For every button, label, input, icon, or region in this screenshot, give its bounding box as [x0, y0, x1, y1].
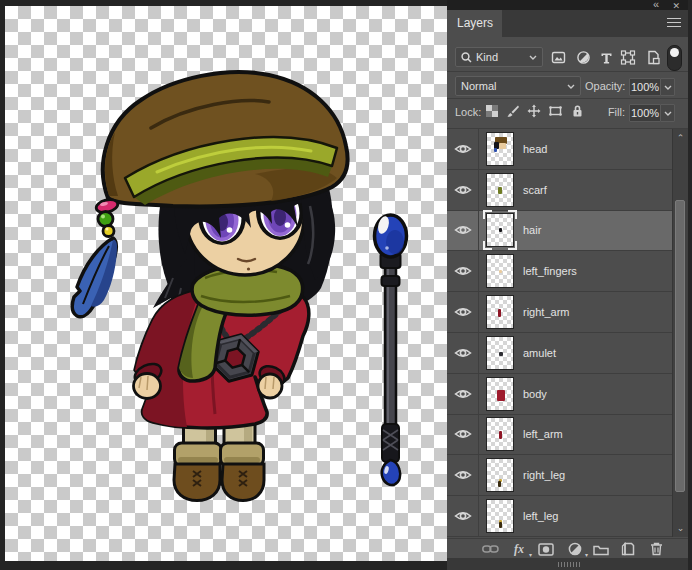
thumbnail-selection-bracket [483, 210, 492, 219]
layer-row-right_leg[interactable]: right_leg [447, 455, 672, 496]
layer-visibility-toggle[interactable] [447, 333, 479, 373]
fill-dropdown-button[interactable] [660, 104, 675, 122]
layer-name[interactable]: hair [523, 224, 541, 236]
kind-filter-dropdown[interactable]: Kind [455, 47, 543, 67]
blend-mode-dropdown[interactable]: Normal [455, 76, 581, 96]
layer-row-left_arm[interactable]: left_arm [447, 415, 672, 456]
thumbnail-content-mark [497, 390, 505, 401]
kind-filter-label: Kind [476, 51, 498, 63]
layer-name[interactable]: right_leg [523, 469, 565, 481]
scrollbar-thumb[interactable] [675, 200, 685, 492]
tab-layers[interactable]: Layers [447, 10, 502, 37]
layer-thumbnail[interactable] [486, 458, 514, 492]
layer-thumbnail[interactable] [486, 417, 514, 451]
scroll-down-icon[interactable]: ⌄ [673, 521, 688, 535]
eye-icon [454, 265, 472, 277]
lock-position-icon[interactable] [525, 102, 543, 120]
lock-transparent-pixels-icon[interactable] [483, 102, 501, 120]
lock-label: Lock: [455, 106, 481, 118]
layer-thumbnail[interactable] [486, 132, 514, 166]
layer-row-left_leg[interactable]: left_leg [447, 496, 672, 537]
layer-row-hair[interactable]: hair [447, 211, 672, 252]
layer-row-amulet[interactable]: amulet [447, 333, 672, 374]
layer-thumbnail[interactable] [486, 377, 514, 411]
link-layers-icon[interactable] [481, 541, 499, 557]
opacity-label: Opacity: [585, 80, 625, 92]
layer-row-right_arm[interactable]: right_arm [447, 292, 672, 333]
eye-icon [454, 347, 472, 359]
thumbnail-selection-bracket [508, 210, 517, 219]
layer-name[interactable]: scarf [523, 184, 547, 196]
adjustment-layer-icon[interactable]: ▾ [566, 541, 584, 557]
panel-tabbar: Layers [447, 10, 688, 37]
thumbnail-selection-bracket [508, 241, 517, 250]
layer-visibility-toggle[interactable] [447, 129, 479, 169]
scroll-up-icon[interactable]: ⌃ [673, 131, 688, 145]
layer-visibility-toggle[interactable] [447, 374, 479, 414]
layer-visibility-toggle[interactable] [447, 415, 479, 455]
eye-icon [454, 428, 472, 440]
chevron-down-icon [567, 84, 575, 89]
lock-all-icon[interactable] [568, 102, 586, 120]
layer-row-left_fingers[interactable]: left_fingers [447, 251, 672, 292]
panel-menu-icon[interactable] [667, 18, 681, 29]
eye-icon [454, 469, 472, 481]
layer-thumbnail[interactable] [486, 295, 514, 329]
filter-toggle-switch[interactable] [667, 45, 682, 71]
layer-style-fx-icon[interactable]: fx▾ [510, 541, 528, 557]
lock-artboard-icon[interactable] [546, 102, 564, 120]
layer-name[interactable]: body [523, 388, 547, 400]
chevron-down-icon [664, 111, 672, 116]
chevron-down-icon [664, 85, 672, 90]
layer-name[interactable]: left_fingers [523, 265, 577, 277]
thumbnail-content-mark [498, 187, 502, 194]
layer-name[interactable]: left_arm [523, 428, 563, 440]
shape-layers-filter-icon[interactable] [618, 47, 638, 67]
layer-name[interactable]: left_leg [523, 510, 558, 522]
layer-row-scarf[interactable]: scarf [447, 170, 672, 211]
thumbnail-content-mark [499, 431, 502, 439]
search-icon [461, 52, 472, 63]
blend-mode-value: Normal [461, 80, 496, 92]
layer-name[interactable]: head [523, 143, 547, 155]
layer-thumbnail[interactable] [486, 336, 514, 370]
delete-layer-icon[interactable] [647, 541, 665, 557]
type-layers-filter-icon[interactable] [596, 47, 616, 67]
panel-resize-bar[interactable] [447, 558, 688, 570]
smart-object-filter-icon[interactable] [643, 47, 663, 67]
layer-visibility-toggle[interactable] [447, 251, 479, 291]
fill-value-field[interactable]: 100% [629, 104, 661, 122]
layers-scrollbar[interactable]: ⌃ ⌄ [672, 129, 688, 537]
layer-mask-icon[interactable] [537, 541, 555, 557]
thumbnail-content-mark [499, 352, 503, 356]
chevron-down-icon [529, 55, 537, 60]
layer-visibility-toggle[interactable] [447, 170, 479, 210]
layer-visibility-toggle[interactable] [447, 292, 479, 332]
opacity-value-field[interactable]: 100% [629, 78, 661, 96]
adjustment-layers-filter-icon[interactable] [573, 47, 593, 67]
panel-header-bar: « ✕ [447, 0, 688, 10]
layer-thumbnail[interactable] [486, 254, 514, 288]
resize-grip-icon [558, 562, 582, 567]
layer-row-body[interactable]: body [447, 374, 672, 415]
layer-name[interactable]: amulet [523, 347, 556, 359]
layer-name[interactable]: right_arm [523, 306, 569, 318]
lock-image-pixels-icon[interactable] [504, 102, 522, 120]
layer-thumbnail[interactable] [486, 499, 514, 533]
new-layer-icon[interactable] [619, 541, 637, 557]
layer-visibility-toggle[interactable] [447, 496, 479, 536]
eye-icon [454, 184, 472, 196]
group-folder-icon[interactable] [592, 541, 610, 557]
hat-art [103, 72, 348, 206]
layer-visibility-toggle[interactable] [447, 211, 479, 251]
layer-thumbnail[interactable] [486, 173, 514, 207]
photoshop-window: { "window": { "collapse_icon": "«", "clo… [0, 0, 692, 570]
layer-visibility-toggle[interactable] [447, 455, 479, 495]
layers-panel: « ✕ Layers Kind Normal Opacity: 100% Loc… [447, 0, 692, 570]
opacity-dropdown-button[interactable] [660, 78, 675, 96]
pixel-layers-filter-icon[interactable] [548, 47, 568, 67]
document-canvas[interactable] [5, 6, 447, 561]
layer-thumbnail[interactable] [486, 213, 514, 247]
layer-row-head[interactable]: head [447, 129, 672, 170]
staff-art [375, 215, 407, 485]
